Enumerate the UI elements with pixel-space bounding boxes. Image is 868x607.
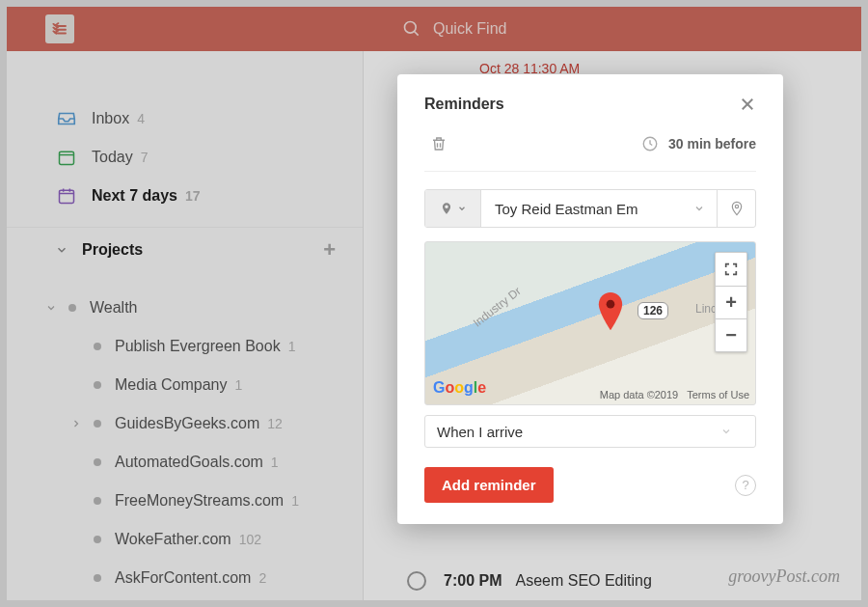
project-label: GuidesByGeeks.com (115, 415, 259, 432)
bg-tile (798, 128, 823, 167)
location-input[interactable] (481, 201, 693, 217)
modal-title: Reminders (424, 96, 504, 113)
trigger-select[interactable]: When I arrive (424, 415, 756, 448)
nav-label: Today (92, 149, 133, 166)
project-item[interactable]: AskForContent.com2 (7, 559, 363, 597)
clock-icon (641, 135, 659, 152)
chevron-down-icon (55, 243, 68, 257)
project-count: 1 (291, 493, 299, 509)
svg-rect-2 (60, 152, 74, 164)
project-bullet (94, 574, 101, 582)
nav-inbox[interactable]: Inbox 4 (7, 99, 363, 138)
fullscreen-button[interactable] (716, 253, 746, 286)
nav-label: Inbox (92, 110, 129, 127)
time-before-label[interactable]: 30 min before (668, 136, 756, 152)
project-bullet (94, 343, 101, 350)
section-projects[interactable]: Projects + (7, 227, 363, 271)
map-controls: + − (715, 252, 747, 352)
terms-link[interactable]: Terms of Use (687, 389, 749, 400)
project-count: 1 (235, 377, 243, 393)
project-bullet (94, 536, 101, 543)
watermark: groovyPost.com (728, 566, 840, 587)
task-checkbox[interactable] (407, 571, 426, 591)
map-pin-icon (594, 292, 627, 337)
road-label: Industry Dr (471, 284, 524, 329)
project-label: AutomatedGoals.com (115, 454, 263, 471)
add-reminder-button[interactable]: Add reminder (424, 467, 554, 503)
project-item[interactable]: AutomatedGoals.com1 (7, 443, 363, 482)
zoom-in-button[interactable]: + (716, 286, 746, 318)
section-label: Projects (82, 241, 143, 259)
project-count: 102 (239, 532, 261, 547)
route-badge: 126 (637, 302, 668, 319)
project-label: FreeMoneyStreams.com (115, 492, 284, 510)
zoom-out-button[interactable]: − (716, 318, 746, 351)
location-type-dropdown[interactable] (425, 190, 481, 227)
close-button[interactable] (739, 96, 756, 113)
svg-point-8 (607, 300, 615, 309)
nav-count: 4 (137, 111, 145, 126)
divider (424, 171, 756, 172)
nav-label: Next 7 days (92, 187, 177, 205)
trigger-value: When I arrive (437, 424, 523, 440)
bg-tile (798, 244, 823, 370)
project-label: Wealth (90, 299, 138, 317)
project-item[interactable]: GuidesByGeeks.com12 (7, 404, 363, 443)
delete-button[interactable] (424, 134, 448, 153)
location-bar (424, 189, 756, 228)
svg-line-1 (415, 32, 419, 36)
nav-next7days[interactable]: Next 7 days 17 (7, 177, 363, 215)
bg-tile (798, 186, 823, 227)
project-bullet (94, 458, 101, 466)
help-button[interactable]: ? (735, 475, 756, 496)
project-item[interactable]: Media Company1 (7, 366, 363, 404)
project-item[interactable]: WokeFather.com102 (7, 520, 363, 559)
add-project-button[interactable]: + (323, 237, 336, 262)
chevron-right-icon (70, 418, 94, 429)
reminders-modal: Reminders 30 min before (397, 74, 783, 524)
svg-point-0 (405, 22, 417, 34)
project-bullet (94, 420, 101, 428)
chevron-down-icon[interactable] (693, 203, 705, 214)
project-count: 1 (271, 455, 279, 470)
app-logo[interactable] (45, 14, 74, 43)
project-item[interactable]: FreeMoneyStreams.com1 (7, 482, 363, 520)
chevron-down-icon (45, 302, 68, 314)
project-label: Publish Evergreen Book (115, 338, 281, 355)
nav-today[interactable]: Today 7 (7, 138, 363, 177)
project-label: Media Company (115, 376, 228, 394)
inbox-icon (55, 107, 78, 130)
project-count: 12 (267, 416, 283, 431)
task-time: 7:00 PM (444, 572, 502, 590)
calendar-icon (55, 184, 78, 207)
map-attribution: Map data ©2019 Terms of Use (600, 389, 749, 400)
svg-point-7 (735, 205, 738, 207)
task-row[interactable]: 7:00 PM Aseem SEO Editing (407, 571, 652, 591)
project-label: WokeFather.com (115, 531, 231, 548)
sidebar: Inbox 4 Today 7 Next 7 days 17 Projects … (7, 51, 364, 600)
project-label: AskForContent.com (115, 569, 251, 587)
svg-rect-3 (60, 190, 74, 203)
chevron-down-icon (720, 426, 732, 437)
google-logo: Google (433, 379, 486, 397)
pin-button[interactable] (717, 190, 755, 227)
search-icon (402, 19, 421, 39)
quick-find[interactable]: Quick Find (402, 19, 506, 39)
project-wealth[interactable]: Wealth (7, 289, 363, 327)
map[interactable]: Industry Dr Lincol 126 + − Google Map da… (424, 241, 756, 405)
nav-count: 7 (141, 150, 149, 165)
search-placeholder: Quick Find (433, 20, 506, 38)
project-bullet (68, 304, 76, 312)
project-count: 1 (288, 339, 296, 354)
nav-count: 17 (185, 188, 201, 204)
project-bullet (94, 497, 101, 505)
project-item[interactable]: Publish Evergreen Book1 (7, 327, 363, 366)
project-bullet (94, 381, 101, 389)
today-icon (55, 146, 78, 169)
project-count: 2 (258, 570, 266, 586)
topbar: Quick Find (7, 7, 861, 51)
task-title: Aseem SEO Editing (515, 572, 651, 590)
